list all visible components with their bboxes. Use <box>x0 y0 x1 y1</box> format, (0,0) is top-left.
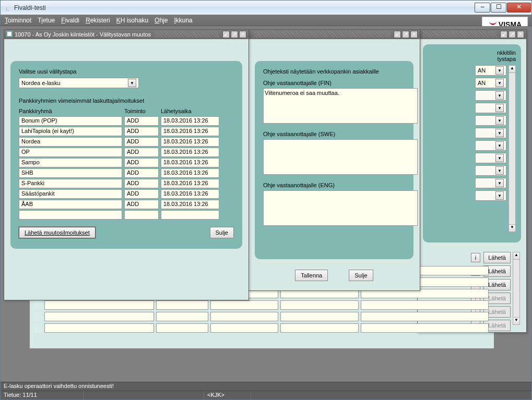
table-row[interactable]: NordeaADD18.03.2016 13:26 <box>19 137 234 147</box>
side-max-button[interactable]: ↗ <box>509 31 516 38</box>
ohje-min-button[interactable]: ↙ <box>394 31 401 38</box>
side-scrollbar[interactable]: ▲▼ <box>509 65 516 232</box>
ohje-swe-label: Ohje vastaanottajalle (SWE) <box>263 131 405 137</box>
cell-pankkiryhma: SHB <box>19 168 122 178</box>
table-row[interactable]: Bonum (POP)ADD18.03.2016 13:26 <box>19 116 234 126</box>
ohje-close-button[interactable]: × <box>410 31 418 38</box>
cell-toiminto: ADD <box>124 179 159 188</box>
menu-toiminnot[interactable]: Toiminnot <box>5 17 31 24</box>
cell-toiminto: ADD <box>124 168 159 178</box>
side-label-2: tystapa <box>423 56 516 62</box>
table-row[interactable]: LahiTapiola (ei kayt!)ADD18.03.2016 13:2… <box>19 127 234 136</box>
table-row[interactable]: OPADD18.03.2016 13:26 <box>19 148 234 157</box>
cell-pankkiryhma: Nordea <box>19 137 122 147</box>
menu-ohje[interactable]: Ohje <box>155 17 168 24</box>
col-lahetysaika: Lähetysaika <box>161 108 219 114</box>
table-row[interactable]: ÅABADD18.03.2016 13:26 <box>19 200 234 209</box>
table-row[interactable]: S-PankkiADD18.03.2016 13:26 <box>19 179 234 188</box>
side-close-button[interactable]: × <box>517 31 524 38</box>
ohje-swe-textarea[interactable] <box>263 139 418 175</box>
tallenna-button[interactable]: Tallenna <box>295 270 328 281</box>
app-small-icon <box>6 31 13 38</box>
status-message: E-lasku operaattori vaihdettu onnistunee… <box>1 382 531 391</box>
bank-grid: Pankkiryhmä Toiminto Lähetysaika Bonum (… <box>19 108 234 220</box>
side-combo-11[interactable]: ▼ <box>475 190 506 201</box>
table-row[interactable] <box>19 210 234 220</box>
menu-rekisteri[interactable]: Rekisteri <box>86 17 110 24</box>
ohje-fin-label: Ohje vastaanottajalle (FIN) <box>263 80 405 86</box>
cell-lahetysaika: 18.03.2016 13:26 <box>161 148 219 157</box>
ohje-eng-textarea[interactable] <box>263 190 418 226</box>
os-window-title: Fivaldi-testi <box>14 4 46 11</box>
os-maximize-button[interactable]: ☐ <box>491 3 506 13</box>
cell-toiminto: ADD <box>124 116 159 126</box>
status-record: Tietue: 11/11 <box>1 391 84 399</box>
cell-pankkiryhma: S-Pankki <box>19 179 122 188</box>
menu-tietue[interactable]: Tietue <box>38 17 55 24</box>
cell-pankkiryhma: Sampo <box>19 158 122 167</box>
side-combo-8[interactable]: ▼ <box>475 153 506 163</box>
cell-pankkiryhma: Säästöpankit <box>19 189 122 199</box>
side-combo-9[interactable]: ▼ <box>475 165 506 176</box>
side-combo-4[interactable]: ▼ <box>475 103 506 113</box>
cell-toiminto <box>124 210 159 220</box>
laheta-scrollbar[interactable]: ▲▼ <box>513 252 520 325</box>
col-pankkiryhma: Pankkiryhmä <box>19 108 122 114</box>
statusbar: E-lasku operaattori vaihdettu onnistunee… <box>1 382 531 399</box>
ohje-fin-textarea[interactable] <box>263 88 418 124</box>
valitse-combo[interactable]: Nordea e-lasku ▼ <box>19 78 139 88</box>
cell-toiminto: ADD <box>124 137 159 147</box>
cell-pankkiryhma <box>19 210 122 220</box>
side-combo-3[interactable]: ▼ <box>475 90 506 101</box>
side-combo-6[interactable]: ▼ <box>475 128 506 138</box>
menu-kh-isohaku[interactable]: KH isohaku <box>116 17 148 24</box>
valitse-label: Valitse uusi välitystapa <box>19 68 234 75</box>
ohje-sulje-button[interactable]: Sulje <box>349 270 373 281</box>
cell-pankkiryhma: OP <box>19 148 122 157</box>
svg-rect-1 <box>7 32 11 36</box>
ohje-window-titlebar[interactable]: ↙ ↗ × <box>249 30 420 39</box>
menu-fivaldi[interactable]: Fivaldi <box>61 17 79 24</box>
laheta-button[interactable]: Lähetä <box>483 252 511 263</box>
ohje-max-button[interactable]: ↗ <box>402 31 409 38</box>
cell-toiminto: ADD <box>124 200 159 209</box>
cell-toiminto: ADD <box>124 148 159 157</box>
os-minimize-button[interactable]: – <box>475 3 490 13</box>
cell-pankkiryhma: LahiTapiola (ei kayt!) <box>19 127 122 136</box>
cell-toiminto: ADD <box>124 189 159 199</box>
menubar: Toiminnot Tietue Fivaldi Rekisteri KH is… <box>1 15 531 26</box>
dialog-titlebar[interactable]: 10070 - As Oy Joskin kiinteistöt - Välit… <box>4 30 249 39</box>
side-combo-10[interactable]: ▼ <box>475 178 506 188</box>
cell-pankkiryhma: ÅAB <box>19 200 122 209</box>
ohje-window: ↙ ↗ × Ohjeteksti näytetään verkkopankin … <box>248 29 420 291</box>
info-button[interactable]: i <box>471 253 480 262</box>
dialog-window: 10070 - As Oy Joskin kiinteistöt - Välit… <box>4 29 249 300</box>
table-row[interactable]: SäästöpankitADD18.03.2016 13:26 <box>19 189 234 199</box>
valitse-value: Nordea e-lasku <box>21 80 61 86</box>
dialog-close-button[interactable]: × <box>239 31 246 38</box>
side-combo-1[interactable]: AN▼ <box>475 65 506 76</box>
cell-lahetysaika: 18.03.2016 13:26 <box>161 179 219 188</box>
side-combo-7[interactable]: ▼ <box>475 140 506 151</box>
laheta-muutos-button[interactable]: Lähetä muutosilmoitukset <box>19 227 96 238</box>
java-icon <box>4 4 11 12</box>
cell-lahetysaika <box>161 210 219 220</box>
side-min-button[interactable]: ↙ <box>500 31 507 38</box>
table-row[interactable]: SampoADD18.03.2016 13:26 <box>19 158 234 167</box>
pankkiryhma-sub-label: Pankkiryhmien viimeisimmät laskuttajailm… <box>19 98 234 104</box>
os-close-button[interactable]: ✕ <box>507 3 531 13</box>
cell-lahetysaika: 18.03.2016 13:26 <box>161 127 219 136</box>
table-row[interactable]: SHBADD18.03.2016 13:26 <box>19 168 234 178</box>
side-window-titlebar[interactable]: ↙ ↗ × <box>418 30 526 39</box>
side-combo-2[interactable]: AN▼ <box>475 78 506 88</box>
cell-lahetysaika: 18.03.2016 13:26 <box>161 137 219 147</box>
dialog-max-button[interactable]: ↗ <box>231 31 238 38</box>
side-combo-5[interactable]: ▼ <box>475 115 506 126</box>
menu-ikkuna[interactable]: Ikkuna <box>174 17 192 24</box>
dialog-sulje-button[interactable]: Sulje <box>210 227 234 238</box>
dialog-min-button[interactable]: ↙ <box>222 31 230 38</box>
cell-lahetysaika: 18.03.2016 13:26 <box>161 168 219 178</box>
ohje-eng-label: Ohje vastaanottajalle (ENG) <box>263 182 405 188</box>
cell-lahetysaika: 18.03.2016 13:26 <box>161 200 219 209</box>
side-label-1: nkkitilin <box>423 50 516 56</box>
